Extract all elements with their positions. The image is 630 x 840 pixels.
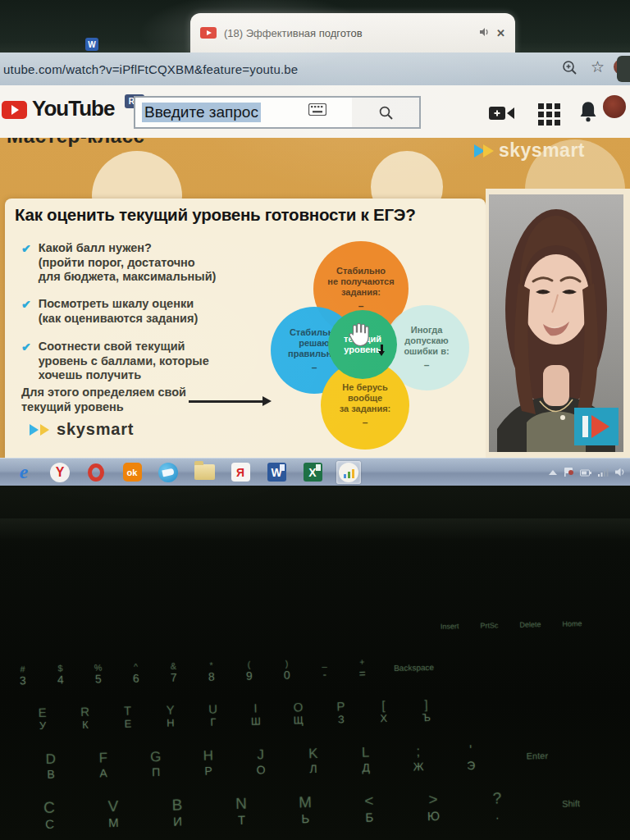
taskbar-odnoklassniki-icon[interactable]: ok (120, 461, 144, 484)
keyboard-key[interactable]: TЕ (109, 697, 146, 736)
keyboard-key[interactable]: LД (345, 738, 386, 780)
keyboard-key[interactable]: Home (562, 614, 582, 632)
laptop-hinge (0, 518, 630, 540)
slide-note: Для этого определяем свой текущий уровен… (21, 386, 186, 414)
taskbar-yandex-search-icon[interactable]: Я (228, 461, 253, 484)
taskbar-opera-icon[interactable] (84, 461, 108, 484)
keyboard-key[interactable]: *8 (195, 653, 227, 690)
keyboard-key[interactable]: <Б (346, 786, 393, 829)
search-icon (378, 105, 394, 121)
keyboard-key[interactable]: >Ю (410, 784, 457, 828)
tray-battery-icon[interactable] (580, 465, 591, 480)
tray-network-icon[interactable] (598, 465, 609, 480)
down-arrow-icon (381, 345, 383, 352)
tab-audio-icon[interactable] (479, 25, 489, 40)
system-tray (549, 459, 625, 486)
keyboard-key[interactable]: UГ (194, 696, 231, 734)
taskbar-yandex-browser-icon[interactable]: Y (48, 461, 72, 484)
keyboard-key[interactable]: Delete (519, 615, 541, 634)
check-icon: ✔ (21, 242, 31, 285)
keyboard-key[interactable]: ^6 (120, 655, 152, 692)
keyboard-key[interactable]: #3 (7, 657, 39, 694)
taskbar-messenger-icon[interactable] (156, 461, 180, 484)
search-button[interactable] (352, 96, 421, 129)
keyboard-key[interactable]: &7 (158, 654, 189, 691)
keyboard-key[interactable]: GП (135, 743, 176, 785)
tray-volume-icon[interactable] (615, 465, 625, 480)
word-pinned-icon[interactable]: W (85, 38, 98, 51)
skysmart-play-icon (483, 144, 494, 158)
video-player[interactable]: skysmart Как оценить текущий уровень гот… (0, 138, 630, 458)
bookmark-star-icon[interactable]: ☆ (591, 57, 605, 76)
youtube-header: YouTube RU Введите запрос (0, 85, 630, 138)
check-icon: ✔ (21, 340, 31, 383)
browser-toolbar: utube.com/watch?v=iPflFtCQXBM&feature=yo… (0, 52, 630, 85)
tray-action-center-icon[interactable] (564, 465, 573, 480)
slide-title: Как оценить текущий уровень готовности к… (15, 205, 470, 225)
keyboard-key[interactable]: MЬ (282, 788, 329, 831)
keyboard-key[interactable]: RК (66, 698, 103, 737)
keyboard-input-icon[interactable] (308, 103, 326, 119)
keyboard-key[interactable]: CС (26, 792, 73, 836)
keyboard-key[interactable]: _- (308, 651, 340, 687)
slide-bullet: ✔ Какой балл нужен? (пройти порог, доста… (21, 241, 267, 285)
keyboard-key[interactable]: YН (152, 696, 189, 735)
search-input-value: Введите запрос (142, 103, 261, 122)
taskbar-stats-app-icon[interactable] (336, 461, 361, 484)
keyboard-key[interactable]: ?. (474, 783, 521, 827)
taskbar-internet-explorer-icon[interactable]: e (11, 461, 36, 484)
keyboard-key[interactable]: NТ (218, 788, 265, 832)
create-video-icon[interactable] (489, 105, 515, 125)
keyboard-key[interactable]: PЗ (322, 693, 359, 732)
keyboard-key[interactable]: Enter (502, 734, 572, 777)
keyboard-key[interactable]: IШ (237, 695, 274, 733)
laptop-body: InsertPrtScDeleteHome #3$4%5^6&7*8(9)0_-… (0, 486, 630, 840)
youtube-favicon (200, 27, 217, 39)
taskbar-word-icon[interactable]: W (264, 461, 289, 484)
tab-close-button[interactable]: ✕ (496, 27, 505, 39)
keyboard-top-letter-row: EУRКTЕYНUГIШOЩPЗ[Х]Ъ (0, 687, 630, 738)
apps-grid-icon[interactable] (538, 103, 560, 126)
keyboard-key[interactable]: )0 (271, 651, 303, 688)
check-icon: ✔ (21, 298, 31, 326)
tray-expand-icon[interactable] (549, 465, 557, 480)
taskbar-excel-icon[interactable]: X (300, 461, 325, 484)
keyboard-key[interactable]: JО (240, 741, 281, 783)
keyboard-key[interactable]: HР (187, 742, 229, 783)
keyboard-key[interactable]: %5 (82, 655, 114, 692)
keyboard-key[interactable]: VМ (90, 792, 137, 835)
taskbar-file-explorer-icon[interactable] (192, 461, 217, 484)
presenter-webcam (489, 194, 623, 452)
user-avatar[interactable] (603, 95, 626, 118)
keyboard-key[interactable]: DВ (30, 745, 71, 787)
keyboard-key[interactable]: [Х (365, 692, 402, 731)
keyboard-key[interactable]: PrtSc (480, 616, 498, 634)
windows-taskbar: e Y ok Я W X (0, 458, 630, 486)
keyboard-key[interactable]: ]Ъ (408, 692, 445, 730)
notifications-bell-icon[interactable] (578, 100, 599, 126)
keyboard-key[interactable]: $4 (44, 656, 76, 693)
search-input[interactable]: Введите запрос (134, 96, 368, 129)
keyboard-function-row: InsertPrtScDeleteHome (0, 614, 628, 645)
browser-menu-icon[interactable] (617, 56, 630, 82)
keyboard-key[interactable]: Shift (538, 782, 605, 826)
keyboard-key[interactable]: (9 (233, 652, 265, 689)
address-bar[interactable]: utube.com/watch?v=iPflFtCQXBM&feature=yo… (3, 62, 298, 76)
slide-bullet: ✔ Соотнести свой текущий уровень с балла… (21, 340, 267, 383)
keyboard-key[interactable]: KЛ (292, 740, 334, 782)
keyboard-key[interactable]: Backspace (384, 649, 444, 686)
keyboard-key[interactable]: Insert (441, 617, 459, 635)
browser-tab[interactable]: (18) Эффективная подготов ✕ (190, 13, 515, 52)
keyboard-key[interactable]: ;Ж (397, 737, 439, 779)
youtube-logo-text[interactable]: YouTube (32, 96, 114, 121)
zoom-icon[interactable] (561, 59, 579, 80)
keyboard-key[interactable]: 'Э (450, 737, 491, 778)
keyboard-key[interactable]: += (346, 650, 378, 687)
keyboard-key[interactable]: EУ (24, 700, 61, 738)
skysmart-play-icon (40, 424, 49, 436)
keyboard-key[interactable]: FА (82, 744, 124, 786)
arrow-icon (189, 400, 264, 403)
youtube-logo-icon[interactable] (2, 101, 27, 119)
keyboard-key[interactable]: BИ (154, 790, 201, 833)
keyboard-key[interactable]: OЩ (280, 694, 317, 733)
